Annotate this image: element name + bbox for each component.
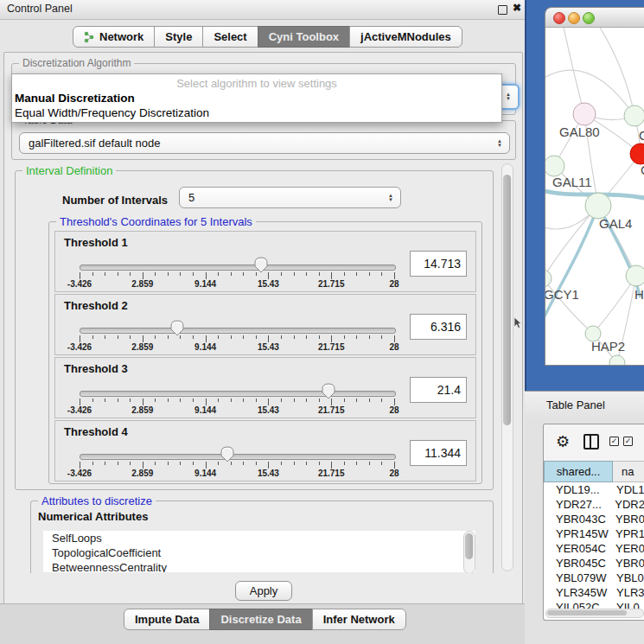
axis-tick-label: 21.715: [318, 405, 345, 415]
tab-jactivemnodules[interactable]: jActiveMNodules: [349, 26, 462, 48]
settings-scrollbar[interactable]: [501, 163, 513, 571]
table-row[interactable]: YPR145WYPR1: [544, 526, 644, 541]
tick-mark: [193, 335, 194, 339]
network-canvas[interactable]: GAL80 G GAL11 GAL4 GCY1 H HAP2 C: [545, 28, 644, 365]
dropdown-option-equal-width-frequency[interactable]: Equal Width/Frequency Discretization: [15, 106, 209, 119]
tick-mark: [331, 462, 332, 469]
apply-button[interactable]: Apply: [235, 581, 292, 601]
table-data-dropdown[interactable]: galFiltered.sif default node ▲▼: [19, 132, 510, 154]
threshold-value-field[interactable]: 6.316: [410, 314, 467, 340]
node-gal80[interactable]: [573, 103, 596, 125]
table-row[interactable]: YBL079WYBL0: [544, 571, 644, 585]
axis-tick-labels: -3.4262.8599.14415.4321.71528: [80, 342, 394, 353]
dropdown-prompt-item[interactable]: Select algorithm to view settings: [12, 77, 501, 90]
node-label: H: [634, 287, 644, 302]
axis-tick-label: 28: [389, 279, 399, 289]
threshold-value-field[interactable]: 14.713: [410, 251, 467, 277]
table-row[interactable]: YLR345WYLR3: [544, 585, 644, 600]
cell-shared-name: YBR043C: [544, 512, 610, 526]
table-row[interactable]: YDL19...YDL1: [544, 482, 644, 497]
tick-mark: [344, 462, 345, 465]
dropdown-option-manual-discretization[interactable]: Manual Discretization: [15, 92, 135, 105]
threshold-value-field[interactable]: 11.344: [410, 440, 467, 466]
node-gal11[interactable]: [545, 156, 564, 176]
tick-mark: [193, 399, 194, 402]
table-row[interactable]: YDR27...YDR2: [544, 497, 644, 512]
table-horizontal-scrollbar[interactable]: [545, 609, 644, 618]
column-header-shared-name[interactable]: shared...: [544, 461, 613, 482]
tab-label: Cyni Toolbox: [269, 27, 339, 47]
tab-cyni-toolbox[interactable]: Cyni Toolbox: [258, 26, 350, 48]
tick-mark: [356, 399, 357, 402]
tick-mark: [394, 335, 395, 342]
tick-mark: [319, 335, 320, 339]
number-of-intervals-dropdown[interactable]: 5 ▲▼: [179, 187, 401, 208]
minimize-traffic-light-icon[interactable]: [568, 12, 580, 24]
network-window-titlebar[interactable]: [545, 8, 644, 28]
tick-mark: [92, 399, 93, 402]
table-row[interactable]: YBR043CYBR0: [544, 512, 644, 526]
network-view-window[interactable]: GAL80 G GAL11 GAL4 GCY1 H HAP2 C: [545, 7, 644, 366]
tick-mark: [256, 399, 257, 402]
node-h[interactable]: [626, 265, 644, 286]
slider-track[interactable]: [80, 328, 396, 334]
numerical-attributes-list[interactable]: SelfLoopsTopologicalCoefficientBetweenne…: [43, 531, 475, 572]
tick-mark: [281, 335, 282, 339]
tab-network[interactable]: Network: [73, 26, 155, 48]
tick-mark: [168, 399, 169, 402]
gear-icon[interactable]: ⚙: [556, 432, 570, 451]
checkbox-icon[interactable]: ✓: [609, 437, 619, 446]
node-gcy1[interactable]: [545, 270, 552, 287]
tick-mark: [381, 272, 382, 276]
table-row[interactable]: YBR045CYBR0: [544, 556, 644, 571]
attributes-scrollbar[interactable]: [463, 531, 475, 573]
column-header-name[interactable]: na: [613, 461, 644, 482]
slider-track[interactable]: [80, 391, 396, 397]
tab-infer-network[interactable]: Infer Network: [312, 609, 406, 630]
float-window-icon[interactable]: [498, 5, 507, 15]
attribute-list-item[interactable]: BetweennessCentrality: [43, 560, 475, 572]
tab-select[interactable]: Select: [202, 26, 258, 48]
axis-tick-label: 15.43: [258, 279, 279, 289]
zoom-traffic-light-icon[interactable]: [583, 12, 595, 24]
tick-mark: [381, 462, 382, 465]
attribute-list-item[interactable]: TopologicalCoefficient: [43, 545, 475, 560]
algorithm-dropdown-popup: Select algorithm to view settings Manual…: [11, 73, 502, 123]
columns-icon[interactable]: [583, 434, 599, 450]
node-gal4[interactable]: [585, 193, 611, 219]
tick-mark: [92, 335, 93, 339]
tab-style[interactable]: Style: [154, 26, 203, 48]
interval-definition-label: Interval Definition: [22, 164, 116, 177]
slider-thumb[interactable]: [170, 320, 184, 336]
attribute-list-item[interactable]: SelfLoops: [43, 531, 475, 545]
threshold-label: Threshold 2: [64, 299, 128, 312]
tick-mark: [231, 335, 232, 339]
axis-tick-label: 21.715: [318, 342, 345, 352]
tick-mark: [268, 399, 269, 405]
close-traffic-light-icon[interactable]: [553, 12, 565, 24]
slider-thumb[interactable]: [254, 257, 268, 273]
mouse-cursor: [514, 317, 523, 329]
node-label: G: [639, 128, 644, 143]
node-label: HAP2: [591, 339, 625, 354]
axis-tick-label: 15.43: [258, 469, 279, 478]
threshold-value-field[interactable]: 21.4: [410, 377, 467, 403]
slider-track[interactable]: [80, 265, 396, 271]
node-g[interactable]: [624, 105, 644, 126]
tab-impute-data[interactable]: Impute Data: [124, 609, 210, 630]
tick-mark: [369, 335, 370, 339]
table-panel-title: Table Panel: [546, 399, 605, 411]
checkbox-icon[interactable]: ✓: [623, 437, 633, 446]
tick-mark: [331, 335, 332, 342]
slider-thumb[interactable]: [220, 446, 234, 462]
tick-mark: [180, 462, 181, 465]
slider-track[interactable]: [80, 454, 396, 460]
tick-mark: [80, 399, 80, 405]
slider-thumb[interactable]: [322, 383, 335, 399]
tab-discretize-data[interactable]: Discretize Data: [209, 609, 312, 630]
threshold-2-box: Threshold 2-3.4262.8599.14415.4321.71528…: [54, 294, 476, 355]
tick-mark: [130, 399, 131, 402]
table-row[interactable]: YER054CYER0: [544, 541, 644, 556]
close-icon[interactable]: ✖: [513, 2, 521, 14]
tick-mark: [105, 335, 105, 339]
